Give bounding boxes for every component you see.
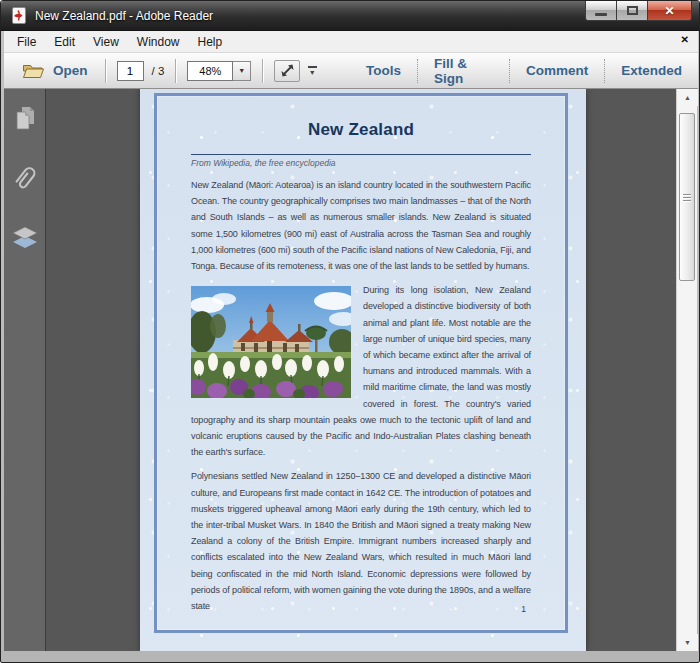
toolbar-separator (175, 59, 176, 83)
fill-sign-button[interactable]: Fill & Sign (418, 59, 510, 83)
adobe-reader-window: New Zealand.pdf - Adobe Reader ✕ File Ed… (0, 0, 700, 663)
comment-button[interactable]: Comment (510, 59, 605, 83)
menu-view[interactable]: View (84, 32, 128, 52)
maximize-button[interactable] (617, 1, 648, 21)
scrollbar-thumb[interactable] (679, 113, 695, 281)
scroll-down-button[interactable]: ▼ (677, 634, 698, 651)
layers-icon[interactable] (11, 223, 39, 253)
scroll-down-icon: ▼ (684, 639, 691, 646)
menu-window[interactable]: Window (128, 32, 189, 52)
window-controls: ✕ (585, 1, 692, 21)
minimize-icon (595, 13, 607, 16)
page-thumbnails-icon[interactable] (11, 103, 39, 133)
menu-help[interactable]: Help (189, 32, 232, 52)
close-document-icon[interactable]: ✕ (681, 34, 689, 45)
scroll-up-icon: ▲ (684, 94, 691, 101)
thumb-grip-icon (683, 197, 691, 198)
adobe-pdf-icon (10, 7, 28, 24)
main-area: New Zealand From Wikipedia, the free enc… (4, 89, 698, 651)
minimize-button[interactable] (585, 1, 617, 21)
toolbar-separator (262, 59, 263, 83)
maximize-icon (627, 6, 638, 15)
open-label: Open (53, 63, 88, 78)
document-heading: New Zealand (191, 120, 531, 140)
page-number-label: 1 (521, 604, 526, 614)
more-options-icon (308, 66, 317, 68)
fit-window-icon (280, 63, 295, 78)
chevron-down-icon: ▼ (238, 67, 245, 74)
document-body: New Zealand (Māori: Aotearoa) is an isla… (191, 177, 531, 614)
vertical-scrollbar[interactable]: ▲ ▼ (676, 89, 697, 651)
menu-edit[interactable]: Edit (45, 32, 84, 52)
toolbar-panels: Tools Fill & Sign Comment Extended (350, 53, 698, 88)
zoom-dropdown-button[interactable]: ▼ (233, 61, 251, 81)
close-icon: ✕ (664, 4, 674, 18)
paragraph: New Zealand (Māori: Aotearoa) is an isla… (191, 177, 531, 274)
toolbar-more-button[interactable]: ▼ (303, 60, 321, 82)
title-bar: New Zealand.pdf - Adobe Reader ✕ (1, 1, 700, 31)
window-title: New Zealand.pdf - Adobe Reader (35, 9, 213, 23)
extended-button[interactable]: Extended (605, 59, 698, 83)
page-number-input[interactable] (117, 61, 144, 81)
menu-file[interactable]: File (8, 32, 45, 52)
toolbar: Open / 3 48% ▼ ▼ Tools Fill & Sign Comme… (4, 53, 698, 89)
heading-rule (191, 154, 531, 155)
tools-button[interactable]: Tools (350, 59, 418, 83)
gardens-photo (191, 286, 351, 398)
paragraph-with-photo: During its long isolation, New Zealand d… (191, 282, 531, 460)
resize-fit-button[interactable] (274, 60, 300, 82)
paragraph: Polynesians settled New Zealand in 1250–… (191, 468, 531, 614)
document-canvas[interactable]: New Zealand From Wikipedia, the free enc… (46, 89, 676, 651)
thumb-grip-icon (683, 194, 691, 195)
chevron-down-icon: ▼ (309, 70, 316, 75)
menu-bar: File Edit View Window Help ✕ (4, 31, 698, 53)
attachments-paperclip-icon[interactable] (11, 163, 39, 193)
open-button[interactable]: Open (16, 59, 94, 82)
toolbar-separator (105, 59, 106, 83)
open-folder-icon (22, 62, 45, 79)
zoom-level-input[interactable]: 48% (187, 61, 233, 81)
pdf-page: New Zealand From Wikipedia, the free enc… (140, 89, 586, 651)
scroll-up-button[interactable]: ▲ (677, 89, 698, 106)
page-count-label: / 3 (152, 65, 165, 77)
close-button[interactable]: ✕ (648, 1, 692, 21)
thumb-grip-icon (683, 200, 691, 201)
document-subtitle: From Wikipedia, the free encyclopedia (191, 158, 531, 168)
navigation-pane (4, 89, 46, 651)
page-border-frame: New Zealand From Wikipedia, the free enc… (154, 93, 568, 633)
